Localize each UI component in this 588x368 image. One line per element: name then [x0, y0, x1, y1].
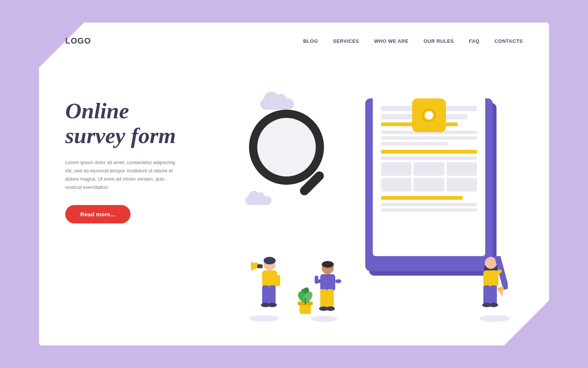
plant-decoration: [292, 283, 318, 318]
grid-cell-1: [381, 162, 411, 176]
paper-table-grid: [381, 162, 477, 192]
person-1-figure: [249, 256, 283, 316]
main-content: Online survey form Lorem ipsum dolor sit…: [39, 53, 549, 335]
svg-rect-25: [483, 285, 490, 304]
shadow-person-3: [480, 315, 510, 322]
paper-line-8: [381, 208, 477, 212]
nav-our-rules[interactable]: OUR RULES: [423, 38, 454, 44]
paper-line-7: [381, 203, 477, 206]
nav-faq[interactable]: FAQ: [469, 38, 480, 44]
nav-contacts[interactable]: CONTACTS: [495, 38, 523, 44]
svg-rect-9: [257, 264, 262, 268]
magnifier-handle: [298, 170, 326, 198]
cloud-decoration-1: [260, 98, 294, 110]
nav-blog[interactable]: BLOG: [303, 38, 318, 44]
nav-services[interactable]: SERVICES: [333, 38, 359, 44]
hero-text-section: Online survey form Lorem ipsum dolor sit…: [65, 68, 226, 223]
nav-who-we-are[interactable]: WHO WE ARE: [374, 38, 409, 44]
person-3-figure: [474, 256, 508, 318]
svg-rect-26: [490, 285, 497, 304]
shadow-person-1: [249, 315, 279, 322]
paper-line-6: [381, 157, 477, 160]
paper-line-4: [381, 136, 477, 140]
svg-point-17: [326, 306, 335, 311]
svg-rect-14: [320, 289, 327, 308]
paper-line-5: [381, 142, 448, 145]
header: LOGO BLOG SERVICES WHO WE ARE OUR RULES …: [39, 23, 549, 53]
svg-rect-10: [276, 275, 280, 286]
svg-point-6: [268, 303, 277, 307]
svg-rect-4: [269, 285, 276, 304]
clipboard-clip: [412, 98, 446, 132]
paper-highlight-2: [381, 150, 477, 154]
hero-illustration: [226, 68, 523, 339]
svg-rect-20: [335, 279, 341, 283]
cloud-decoration-2: [245, 196, 272, 205]
navigation: BLOG SERVICES WHO WE ARE OUR RULES FAQ C…: [303, 38, 523, 44]
svg-point-28: [489, 303, 498, 307]
page-card: LOGO BLOG SERVICES WHO WE ARE OUR RULES …: [39, 23, 549, 345]
svg-rect-15: [327, 289, 334, 308]
svg-rect-3: [262, 285, 269, 304]
svg-point-1: [264, 257, 276, 264]
grid-cell-3: [447, 162, 477, 176]
svg-rect-39: [304, 298, 306, 305]
grid-cell-2: [414, 162, 444, 176]
read-more-button[interactable]: Read more...: [65, 205, 130, 223]
hero-description: Lorem ipsum dolor sit amet, consectetur …: [65, 158, 182, 192]
svg-point-12: [322, 261, 334, 268]
hero-title: Online survey form: [65, 98, 226, 148]
magnifier-icon: [249, 110, 324, 185]
grid-cell-6: [447, 178, 477, 192]
grid-cell-5: [414, 178, 444, 192]
grid-cell-4: [381, 178, 411, 192]
paper-highlight-3: [381, 196, 463, 200]
magnifier-lens: [249, 110, 324, 185]
logo: LOGO: [65, 36, 91, 46]
clipboard-illustration: [365, 76, 493, 271]
svg-rect-2: [262, 270, 277, 287]
svg-rect-13: [320, 274, 335, 291]
